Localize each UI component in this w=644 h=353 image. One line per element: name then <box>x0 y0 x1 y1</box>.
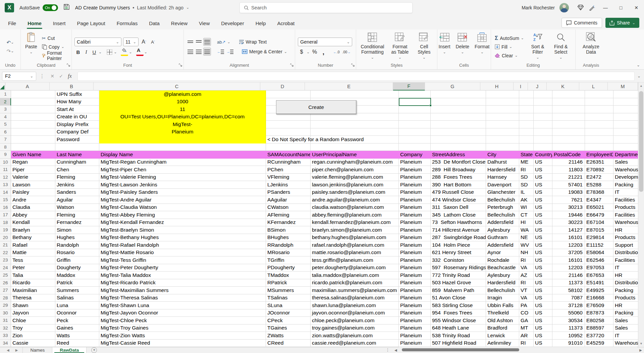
cell-C33[interactable]: MigTest-Zion Watts <box>99 332 266 340</box>
cell-H28[interactable]: Irragin <box>486 294 519 302</box>
cell-B7[interactable]: Password <box>55 136 99 143</box>
cell-C15[interactable]: MigTest-Andre Aguilar <box>99 196 266 204</box>
cell-J13[interactable]: US <box>534 181 552 189</box>
cell-K6[interactable] <box>552 128 585 136</box>
cell-L14[interactable]: E78368 <box>585 189 613 196</box>
row-header-14[interactable]: 14 <box>0 189 11 196</box>
cell-D24[interactable]: PDougherty <box>266 264 311 272</box>
cell-D26[interactable]: RPatrick <box>266 279 311 287</box>
cell-J34[interactable]: US <box>534 340 552 347</box>
cell-E15[interactable]: andre.aguilar@planeium.com <box>311 196 399 204</box>
cell-G7[interactable] <box>431 136 486 143</box>
formula-bar-expand-icon[interactable]: ⌄ <box>637 74 641 78</box>
cell-K16[interactable]: 30213 <box>552 204 585 212</box>
orientation-chevron-icon[interactable]: ⌄ <box>227 40 230 44</box>
col-header-I[interactable]: I <box>514 82 528 91</box>
row-header-33[interactable]: 33 <box>0 332 11 340</box>
row-header-5[interactable]: 5 <box>0 121 11 128</box>
horizontal-scrollbar[interactable]: ⋮ ◀ ▶ <box>386 347 644 353</box>
cell-C1[interactable]: @planeium.com <box>99 91 266 98</box>
cell-F29[interactable]: Planeium <box>399 302 431 309</box>
cell-J32[interactable]: US <box>534 325 552 332</box>
borders-chevron-icon[interactable]: ⌄ <box>114 50 117 54</box>
cell-C9[interactable]: Display Name <box>99 151 266 159</box>
cell-H29[interactable]: Ubbin Falls <box>486 302 519 309</box>
cell-J24[interactable]: US <box>534 264 552 272</box>
cell-C29[interactable]: MigTest-Shawn Luna <box>99 302 266 309</box>
cell-H21[interactable]: Addersfield <box>486 241 519 249</box>
cell-D32[interactable]: TGaines <box>266 325 311 332</box>
cell-L11[interactable]: E70892 <box>585 166 613 174</box>
cell-G34[interactable]: 507 Highfield Road <box>431 340 486 347</box>
cell-M4[interactable] <box>613 113 638 121</box>
cell-J29[interactable]: US <box>534 302 552 309</box>
horizontal-scroll-thumb[interactable] <box>402 348 519 351</box>
cell-H34[interactable]: Aelinmiley <box>486 340 519 347</box>
cell-I2[interactable] <box>519 98 534 106</box>
cell-E28[interactable]: theresa.salinas@planeium.com <box>311 294 399 302</box>
analyze-data-button[interactable]: Analyze Data <box>578 31 604 63</box>
cell-K29[interactable]: 37128 <box>552 302 585 309</box>
cell-F28[interactable]: Planeium <box>399 294 431 302</box>
cell-M12[interactable]: Development <box>613 174 638 181</box>
cell-F6[interactable] <box>399 128 431 136</box>
cell-M29[interactable]: HR <box>613 302 638 309</box>
cell-K31[interactable]: 30534 <box>552 317 585 325</box>
paste-button[interactable]: Paste ⌄ <box>23 31 39 63</box>
insert-function-icon[interactable]: fx <box>65 73 74 79</box>
cell-F30[interactable]: Planeium <box>399 309 431 317</box>
cell-C5[interactable]: MigTest- <box>99 121 266 128</box>
cell-F11[interactable]: Planeium <box>399 166 431 174</box>
cell-L31[interactable]: E80258 <box>585 317 613 325</box>
cell-M30[interactable]: Packing <box>613 309 638 317</box>
cell-C13[interactable]: MigTest-Lawson Jenkins <box>99 181 266 189</box>
cell-F17[interactable]: Planeium <box>399 211 431 219</box>
cell-G22[interactable]: 621 Henry Street <box>431 249 486 257</box>
cell-M5[interactable] <box>613 121 638 128</box>
cell-G33[interactable]: 538 Trinity Road <box>431 332 486 340</box>
vertical-scroll-thumb[interactable] <box>639 91 643 192</box>
copy-button[interactable]: Copy⌄ <box>41 43 69 51</box>
cell-F18[interactable]: Planeium <box>399 219 431 227</box>
cell-G19[interactable]: 714 Hillcrest Avenue <box>431 226 486 234</box>
row-header-2[interactable]: 2 <box>0 98 11 106</box>
cell-G9[interactable]: StreetAddress <box>431 151 486 159</box>
cell-A31[interactable]: Chloe <box>11 317 55 325</box>
scrollbar-options-icon[interactable]: ⋮ <box>386 348 390 352</box>
cell-L18[interactable]: E67104 <box>585 219 613 227</box>
cell-I16[interactable]: WI <box>519 204 534 212</box>
cell-L1[interactable] <box>585 91 613 98</box>
cell-I24[interactable]: VA <box>519 264 534 272</box>
cell-A33[interactable]: Zion <box>11 332 55 340</box>
cell-E12[interactable]: valerie.fleming@planeium.com <box>311 174 399 181</box>
cell-L8[interactable] <box>585 143 613 151</box>
cell-D10[interactable]: RCunningham <box>266 159 311 166</box>
cell-F14[interactable]: Planeium <box>399 189 431 196</box>
cell-K26[interactable]: 11373 <box>552 279 585 287</box>
cell-B31[interactable]: Peck <box>55 317 99 325</box>
cell-B32[interactable]: Gaines <box>55 325 99 332</box>
row-header-18[interactable]: 18 <box>0 219 11 227</box>
fill-color-icon[interactable] <box>121 48 128 56</box>
cell-B3[interactable]: Start At <box>55 106 99 113</box>
cell-C2[interactable]: 1000 <box>99 98 266 106</box>
comma-icon[interactable]: , <box>320 48 327 56</box>
cell-E5[interactable] <box>311 121 399 128</box>
cell-B27[interactable]: Summers <box>55 287 99 294</box>
cell-A12[interactable]: Valerie <box>11 174 55 181</box>
cell-H20[interactable]: Guthram <box>486 234 519 242</box>
cell-J23[interactable]: US <box>534 256 552 264</box>
underline-button[interactable]: U <box>91 48 98 56</box>
cell-H22[interactable]: Aynor <box>486 249 519 257</box>
cell-C22[interactable]: MigTest-Mattie Rosario <box>99 249 266 257</box>
row-header-4[interactable]: 4 <box>0 113 11 121</box>
row-header-34[interactable]: 34 <box>0 340 11 347</box>
cell-I17[interactable]: CT <box>519 211 534 219</box>
cell-L21[interactable]: E11152 <box>585 241 613 249</box>
cell-I30[interactable]: CO <box>519 309 534 317</box>
cell-L29[interactable]: E76509 <box>585 302 613 309</box>
cell-M34[interactable]: Warehouse <box>613 340 638 347</box>
cell-M28[interactable]: Products <box>613 294 638 302</box>
cell-H12[interactable]: Harnsey <box>486 174 519 181</box>
cell-L12[interactable]: E2472 <box>585 174 613 181</box>
